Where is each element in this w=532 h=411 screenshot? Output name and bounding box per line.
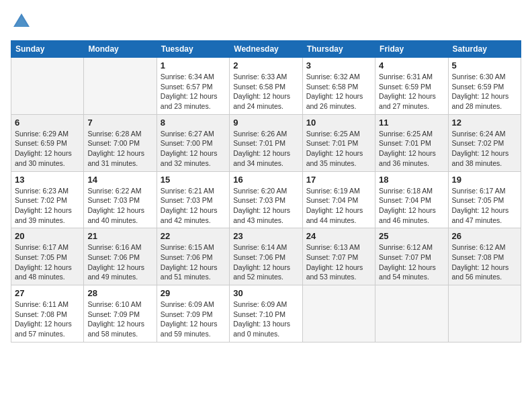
day-number: 21 (87, 231, 152, 241)
logo-icon (11, 11, 32, 32)
day-number: 4 (379, 60, 444, 71)
day-number: 30 (233, 288, 298, 298)
day-info: Sunrise: 6:15 AMSunset: 7:06 PMDaylight:… (161, 242, 226, 282)
calendar-header-row: SundayMondayTuesdayWednesdayThursdayFrid… (11, 41, 521, 58)
day-info: Sunrise: 6:31 AMSunset: 6:59 PMDaylight:… (379, 72, 444, 111)
day-number: 25 (379, 231, 444, 241)
table-row: 8Sunrise: 6:27 AMSunset: 7:00 PMDaylight… (157, 114, 229, 171)
table-row: 9Sunrise: 6:26 AMSunset: 7:01 PMDaylight… (230, 114, 302, 171)
day-number: 17 (306, 175, 371, 185)
table-row: 22Sunrise: 6:15 AMSunset: 7:06 PMDayligh… (157, 228, 229, 285)
day-info: Sunrise: 6:34 AMSunset: 6:57 PMDaylight:… (161, 72, 226, 111)
table-row: 14Sunrise: 6:22 AMSunset: 7:03 PMDayligh… (84, 171, 157, 228)
day-info: Sunrise: 6:16 AMSunset: 7:06 PMDaylight:… (87, 242, 152, 282)
table-row (84, 58, 157, 115)
table-row: 21Sunrise: 6:16 AMSunset: 7:06 PMDayligh… (84, 228, 157, 285)
calendar-week-row: 1Sunrise: 6:34 AMSunset: 6:57 PMDaylight… (11, 58, 521, 115)
day-number: 26 (452, 231, 517, 241)
day-number: 28 (87, 288, 152, 298)
table-row: 16Sunrise: 6:20 AMSunset: 7:03 PMDayligh… (230, 171, 302, 228)
day-of-week-thursday: Thursday (302, 41, 375, 58)
table-row (375, 285, 448, 342)
table-row: 2Sunrise: 6:33 AMSunset: 6:58 PMDaylight… (230, 58, 302, 115)
day-number: 9 (233, 118, 298, 128)
table-row: 20Sunrise: 6:17 AMSunset: 7:05 PMDayligh… (11, 228, 84, 285)
day-of-week-sunday: Sunday (11, 41, 84, 58)
table-row: 5Sunrise: 6:30 AMSunset: 6:59 PMDaylight… (448, 58, 521, 115)
day-info: Sunrise: 6:12 AMSunset: 7:07 PMDaylight:… (379, 242, 444, 282)
day-info: Sunrise: 6:18 AMSunset: 7:04 PMDaylight:… (379, 186, 444, 226)
table-row: 10Sunrise: 6:25 AMSunset: 7:01 PMDayligh… (302, 114, 375, 171)
day-info: Sunrise: 6:10 AMSunset: 7:09 PMDaylight:… (87, 300, 152, 339)
logo (11, 11, 35, 32)
day-info: Sunrise: 6:24 AMSunset: 7:02 PMDaylight:… (452, 129, 517, 169)
day-number: 10 (306, 118, 371, 128)
table-row: 28Sunrise: 6:10 AMSunset: 7:09 PMDayligh… (84, 285, 157, 342)
table-row: 1Sunrise: 6:34 AMSunset: 6:57 PMDaylight… (157, 58, 229, 115)
day-info: Sunrise: 6:29 AMSunset: 6:59 PMDaylight:… (15, 129, 80, 169)
calendar-week-row: 27Sunrise: 6:11 AMSunset: 7:08 PMDayligh… (11, 285, 521, 342)
table-row (302, 285, 375, 342)
day-info: Sunrise: 6:11 AMSunset: 7:08 PMDaylight:… (15, 300, 80, 339)
day-of-week-monday: Monday (84, 41, 157, 58)
day-info: Sunrise: 6:21 AMSunset: 7:03 PMDaylight:… (161, 186, 226, 226)
table-row: 25Sunrise: 6:12 AMSunset: 7:07 PMDayligh… (375, 228, 448, 285)
calendar-table: SundayMondayTuesdayWednesdayThursdayFrid… (11, 40, 521, 342)
day-number: 1 (161, 60, 226, 71)
day-info: Sunrise: 6:20 AMSunset: 7:03 PMDaylight:… (233, 186, 298, 226)
table-row: 26Sunrise: 6:12 AMSunset: 7:08 PMDayligh… (448, 228, 521, 285)
day-info: Sunrise: 6:17 AMSunset: 7:05 PMDaylight:… (452, 186, 517, 226)
day-of-week-tuesday: Tuesday (157, 41, 229, 58)
day-number: 24 (306, 231, 371, 241)
day-info: Sunrise: 6:19 AMSunset: 7:04 PMDaylight:… (306, 186, 371, 226)
day-number: 6 (15, 118, 80, 128)
day-number: 14 (87, 175, 152, 185)
day-number: 15 (161, 175, 226, 185)
day-number: 27 (15, 288, 80, 298)
table-row: 18Sunrise: 6:18 AMSunset: 7:04 PMDayligh… (375, 171, 448, 228)
day-info: Sunrise: 6:13 AMSunset: 7:07 PMDaylight:… (306, 242, 371, 282)
day-info: Sunrise: 6:17 AMSunset: 7:05 PMDaylight:… (15, 242, 80, 282)
day-number: 8 (161, 118, 226, 128)
table-row: 19Sunrise: 6:17 AMSunset: 7:05 PMDayligh… (448, 171, 521, 228)
day-number: 2 (233, 60, 298, 71)
day-number: 29 (161, 288, 226, 298)
day-info: Sunrise: 6:26 AMSunset: 7:01 PMDaylight:… (233, 129, 298, 169)
day-number: 16 (233, 175, 298, 185)
table-row: 30Sunrise: 6:09 AMSunset: 7:10 PMDayligh… (230, 285, 302, 342)
day-number: 12 (452, 118, 517, 128)
day-number: 19 (452, 175, 517, 185)
day-info: Sunrise: 6:12 AMSunset: 7:08 PMDaylight:… (452, 242, 517, 282)
day-of-week-wednesday: Wednesday (230, 41, 302, 58)
day-info: Sunrise: 6:25 AMSunset: 7:01 PMDaylight:… (379, 129, 444, 169)
table-row: 29Sunrise: 6:09 AMSunset: 7:09 PMDayligh… (157, 285, 229, 342)
day-number: 18 (379, 175, 444, 185)
table-row: 15Sunrise: 6:21 AMSunset: 7:03 PMDayligh… (157, 171, 229, 228)
day-info: Sunrise: 6:09 AMSunset: 7:10 PMDaylight:… (233, 300, 298, 339)
day-info: Sunrise: 6:14 AMSunset: 7:06 PMDaylight:… (233, 242, 298, 282)
day-of-week-saturday: Saturday (448, 41, 521, 58)
day-number: 7 (87, 118, 152, 128)
day-info: Sunrise: 6:23 AMSunset: 7:02 PMDaylight:… (15, 186, 80, 226)
table-row (448, 285, 521, 342)
day-number: 13 (15, 175, 80, 185)
day-number: 22 (161, 231, 226, 241)
day-info: Sunrise: 6:33 AMSunset: 6:58 PMDaylight:… (233, 72, 298, 111)
day-info: Sunrise: 6:25 AMSunset: 7:01 PMDaylight:… (306, 129, 371, 169)
day-info: Sunrise: 6:22 AMSunset: 7:03 PMDaylight:… (87, 186, 152, 226)
calendar-week-row: 6Sunrise: 6:29 AMSunset: 6:59 PMDaylight… (11, 114, 521, 171)
table-row: 23Sunrise: 6:14 AMSunset: 7:06 PMDayligh… (230, 228, 302, 285)
day-number: 3 (306, 60, 371, 71)
day-number: 5 (452, 60, 517, 71)
table-row: 27Sunrise: 6:11 AMSunset: 7:08 PMDayligh… (11, 285, 84, 342)
day-number: 11 (379, 118, 444, 128)
table-row: 7Sunrise: 6:28 AMSunset: 7:00 PMDaylight… (84, 114, 157, 171)
table-row: 11Sunrise: 6:25 AMSunset: 7:01 PMDayligh… (375, 114, 448, 171)
page-header (11, 11, 521, 32)
day-of-week-friday: Friday (375, 41, 448, 58)
table-row: 13Sunrise: 6:23 AMSunset: 7:02 PMDayligh… (11, 171, 84, 228)
table-row (11, 58, 84, 115)
table-row: 3Sunrise: 6:32 AMSunset: 6:58 PMDaylight… (302, 58, 375, 115)
table-row: 24Sunrise: 6:13 AMSunset: 7:07 PMDayligh… (302, 228, 375, 285)
table-row: 12Sunrise: 6:24 AMSunset: 7:02 PMDayligh… (448, 114, 521, 171)
